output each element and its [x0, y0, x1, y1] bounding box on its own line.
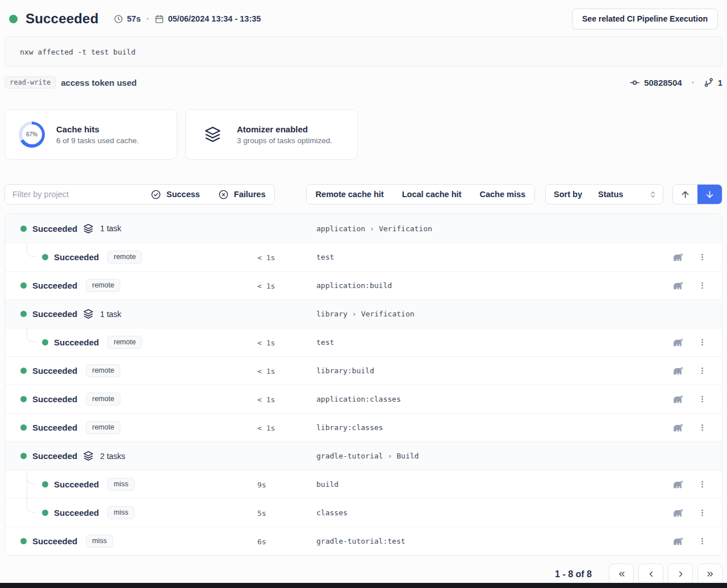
- row-menu-button[interactable]: [698, 508, 707, 518]
- task-duration: < 1s: [257, 339, 275, 347]
- failures-filter-button[interactable]: Failures: [209, 185, 275, 204]
- cache-filter-group: Remote cache hit Local cache hit Cache m…: [306, 184, 535, 205]
- row-menu-button[interactable]: [698, 366, 707, 376]
- cache-badge: remote: [86, 279, 120, 292]
- next-page-button[interactable]: [668, 564, 693, 585]
- gradle-icon[interactable]: [672, 423, 685, 432]
- status-dot: [20, 453, 27, 459]
- separator-dot: [147, 18, 149, 20]
- clock-icon: [114, 14, 123, 24]
- cache-hits-card: 67% Cache hits 6 of 9 tasks used cache.: [5, 109, 177, 160]
- task-row[interactable]: Succeededremote< 1slibrary:build: [5, 356, 722, 385]
- row-status: Succeeded: [32, 281, 77, 290]
- row-menu-button[interactable]: [698, 423, 707, 432]
- see-related-pipeline-button[interactable]: See related CI Pipeline Execution: [572, 9, 718, 30]
- run-vcs-meta: 50828504 1: [629, 77, 722, 88]
- row-status: Succeeded: [54, 252, 99, 262]
- first-page-button[interactable]: [609, 564, 634, 585]
- group-row[interactable]: Succeeded1 tasklibrary›Verification: [5, 299, 722, 328]
- row-menu-button[interactable]: [698, 479, 707, 489]
- last-page-button[interactable]: [697, 564, 722, 585]
- filter-by-project-input[interactable]: [5, 185, 141, 204]
- layers-icon: [83, 451, 94, 461]
- sort-by-label: Sort by: [546, 185, 590, 204]
- row-menu-button[interactable]: [698, 281, 707, 290]
- status-dot: [42, 339, 48, 345]
- status-dot: [42, 481, 48, 487]
- group-row[interactable]: Succeeded1 taskapplication›Verification: [5, 214, 722, 243]
- task-row[interactable]: Succeededremote< 1slibrary:classes: [5, 413, 722, 441]
- status-dot: [20, 396, 27, 402]
- status-dot: [20, 368, 27, 374]
- breadcrumb-separator: ›: [387, 452, 392, 460]
- cache-miss-button[interactable]: Cache miss: [470, 185, 534, 204]
- arrow-down-icon: [704, 189, 715, 200]
- group-row[interactable]: Succeeded2 tasksgradle-tutorial›Build: [5, 441, 722, 470]
- row-status: Succeeded: [54, 508, 99, 518]
- breadcrumb-separator: ›: [370, 224, 374, 233]
- double-chevron-right-icon: [705, 569, 715, 579]
- cache-badge: remote: [107, 336, 142, 349]
- gradle-icon[interactable]: [672, 536, 685, 546]
- sort-ascending-button[interactable]: [673, 185, 697, 204]
- task-group-name: Verification: [379, 224, 432, 233]
- project-name: library: [316, 310, 348, 318]
- task-row[interactable]: Succeededremote< 1sapplication:classes: [5, 385, 722, 413]
- status-dot: [20, 424, 27, 431]
- task-target: test: [316, 338, 334, 347]
- sort-descending-button[interactable]: [697, 185, 722, 204]
- x-circle-icon: [218, 189, 229, 200]
- gradle-icon[interactable]: [672, 366, 685, 376]
- status-dot: [20, 282, 27, 289]
- stat-cards: 67% Cache hits 6 of 9 tasks used cache. …: [5, 109, 722, 160]
- row-menu-button[interactable]: [698, 394, 707, 404]
- cache-badge: remote: [107, 251, 142, 264]
- cache-badge: miss: [86, 535, 113, 548]
- task-row[interactable]: Succeededmiss6sgradle-tutorial:test: [5, 527, 722, 555]
- previous-page-button[interactable]: [638, 564, 663, 585]
- sort-select[interactable]: Status: [590, 185, 663, 204]
- local-cache-hit-button[interactable]: Local cache hit: [393, 185, 471, 204]
- row-menu-button[interactable]: [698, 536, 707, 546]
- task-row[interactable]: Succeededremote< 1stest: [5, 328, 722, 356]
- row-menu-button[interactable]: [698, 252, 707, 262]
- row-status: Succeeded: [32, 451, 77, 461]
- task-group-name: Verification: [361, 310, 415, 318]
- task-target: classes: [316, 508, 348, 517]
- task-row[interactable]: Succeededremote< 1stest: [5, 243, 722, 271]
- layers-icon: [199, 126, 225, 143]
- gradle-icon[interactable]: [672, 252, 685, 262]
- task-count: 1 task: [100, 310, 121, 319]
- row-menu-button[interactable]: [698, 337, 707, 347]
- cache-badge: miss: [107, 478, 135, 491]
- task-row[interactable]: Succeededmiss9sbuild: [5, 470, 722, 498]
- status-dot: [20, 538, 27, 544]
- task-target: library:build: [316, 366, 374, 375]
- token-row: read-write access token used 50828504 1: [5, 76, 722, 89]
- success-filter-button[interactable]: Success: [141, 185, 209, 204]
- cache-badge: remote: [86, 364, 120, 377]
- task-list: Succeeded1 taskapplication›VerificationS…: [5, 214, 722, 556]
- task-target: library:classes: [316, 423, 383, 432]
- row-status: Succeeded: [32, 309, 77, 319]
- card-subtitle: 6 of 9 tasks used cache.: [56, 136, 139, 145]
- commit-sha[interactable]: 50828504: [644, 78, 682, 87]
- commit-icon: [629, 77, 640, 88]
- branch-count[interactable]: 1: [718, 78, 722, 87]
- project-name: gradle-tutorial: [316, 452, 383, 460]
- row-status: Succeeded: [54, 337, 99, 347]
- card-title: Atomizer enabled: [237, 124, 332, 134]
- remote-cache-hit-button[interactable]: Remote cache hit: [307, 185, 393, 204]
- gradle-icon[interactable]: [672, 394, 685, 404]
- task-target: gradle-tutorial:test: [316, 537, 406, 545]
- task-row[interactable]: Succeededmiss5sclasses: [5, 498, 722, 527]
- gradle-icon[interactable]: [672, 508, 685, 518]
- run-status-dot: [9, 15, 18, 23]
- gradle-icon[interactable]: [672, 479, 685, 489]
- task-row[interactable]: Succeededremote< 1sapplication:build: [5, 271, 722, 299]
- card-title: Cache hits: [56, 124, 139, 134]
- layers-icon: [83, 308, 94, 319]
- chevron-left-icon: [646, 569, 656, 579]
- gradle-icon[interactable]: [672, 281, 685, 290]
- gradle-icon[interactable]: [672, 337, 685, 347]
